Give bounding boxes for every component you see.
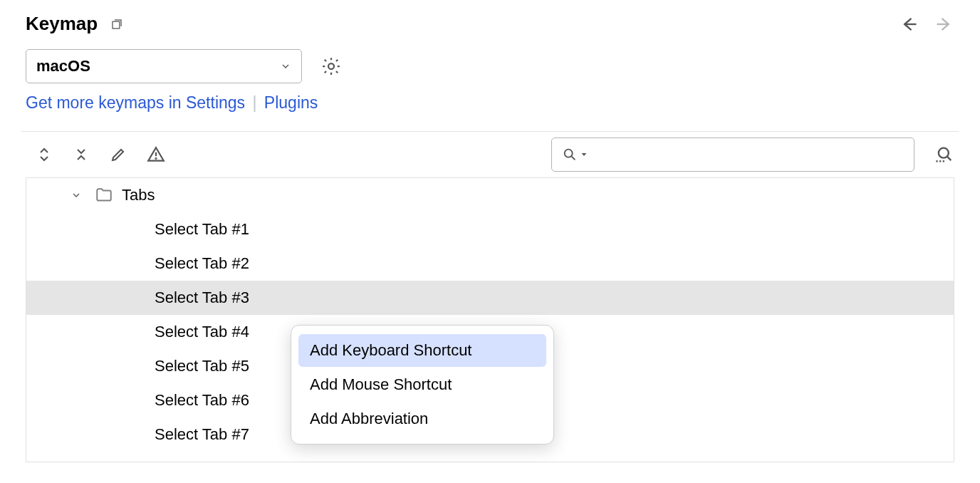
search-input[interactable] [551, 137, 914, 172]
tree-item[interactable]: Select Tab #1 [26, 212, 954, 246]
back-icon[interactable] [899, 14, 919, 34]
get-more-keymaps-link[interactable]: Get more keymaps in Settings [26, 93, 245, 112]
chevron-down-icon [280, 61, 291, 72]
search-chevron-icon[interactable] [580, 151, 588, 158]
menu-item-add-mouse-shortcut[interactable]: Add Mouse Shortcut [298, 368, 546, 401]
svg-rect-0 [113, 21, 120, 28]
forward-icon[interactable] [934, 14, 954, 34]
header: Keymap [0, 0, 980, 42]
menu-item-add-keyboard-shortcut[interactable]: Add Keyboard Shortcut [298, 334, 546, 367]
gear-icon[interactable] [320, 56, 342, 77]
separate-window-icon[interactable] [110, 18, 123, 31]
svg-line-7 [572, 157, 575, 160]
tree-item[interactable]: Select Tab #2 [26, 246, 954, 281]
keymap-select-value: macOS [36, 57, 90, 76]
svg-point-6 [565, 150, 573, 157]
warning-icon[interactable] [147, 145, 165, 164]
tree-folder-tabs[interactable]: Tabs [26, 178, 954, 212]
expand-all-icon[interactable] [36, 146, 53, 163]
tree-folder-label: Tabs [122, 186, 155, 204]
search-field[interactable] [590, 147, 904, 163]
svg-point-9 [939, 148, 949, 158]
context-menu: Add Keyboard Shortcut Add Mouse Shortcut… [291, 325, 554, 445]
svg-marker-8 [582, 153, 587, 156]
svg-point-3 [328, 63, 334, 69]
chevron-down-icon[interactable] [71, 189, 82, 201]
tree-item-selected[interactable]: Select Tab #3 [26, 281, 954, 315]
svg-point-5 [155, 158, 156, 159]
plugins-link[interactable]: Plugins [264, 93, 318, 112]
svg-line-10 [947, 157, 951, 160]
page-title: Keymap [26, 13, 98, 35]
link-separator: | [249, 93, 259, 112]
search-icon [562, 147, 578, 162]
find-shortcut-icon[interactable] [934, 145, 954, 165]
edit-icon[interactable] [110, 146, 127, 163]
menu-item-add-abbreviation[interactable]: Add Abbreviation [298, 402, 546, 435]
folder-icon [95, 186, 113, 204]
collapse-all-icon[interactable] [73, 146, 90, 163]
keymap-select[interactable]: macOS [26, 49, 302, 83]
